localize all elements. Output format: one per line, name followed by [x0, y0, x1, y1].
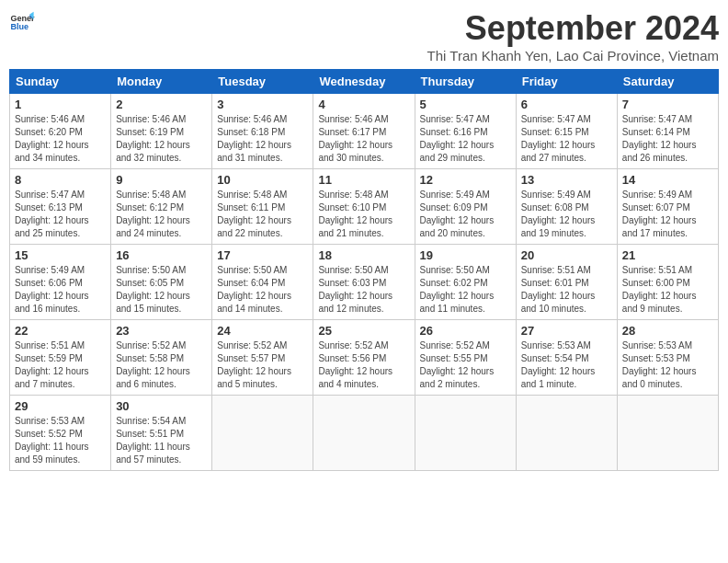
weekday-header-wednesday: Wednesday	[313, 70, 415, 94]
week-row-5: 29Sunrise: 5:53 AM Sunset: 5:52 PM Dayli…	[10, 396, 719, 471]
day-info: Sunrise: 5:46 AM Sunset: 6:20 PM Dayligh…	[15, 113, 106, 165]
day-number: 18	[318, 248, 409, 262]
weekday-header-sunday: Sunday	[10, 70, 111, 94]
calendar-cell: 17Sunrise: 5:50 AM Sunset: 6:04 PM Dayli…	[212, 245, 313, 320]
calendar-cell: 19Sunrise: 5:50 AM Sunset: 6:02 PM Dayli…	[415, 245, 516, 320]
day-number: 5	[420, 98, 511, 111]
day-info: Sunrise: 5:53 AM Sunset: 5:53 PM Dayligh…	[622, 339, 713, 391]
calendar-cell: 25Sunrise: 5:52 AM Sunset: 5:56 PM Dayli…	[313, 320, 415, 396]
day-info: Sunrise: 5:47 AM Sunset: 6:16 PM Dayligh…	[420, 113, 511, 165]
day-number: 16	[116, 248, 207, 262]
day-info: Sunrise: 5:46 AM Sunset: 6:18 PM Dayligh…	[217, 113, 308, 165]
day-info: Sunrise: 5:51 AM Sunset: 5:59 PM Dayligh…	[15, 339, 106, 391]
calendar-cell: 8Sunrise: 5:47 AM Sunset: 6:13 PM Daylig…	[10, 169, 111, 245]
calendar-cell: 13Sunrise: 5:49 AM Sunset: 6:08 PM Dayli…	[516, 169, 617, 245]
calendar-cell: 4Sunrise: 5:46 AM Sunset: 6:17 PM Daylig…	[313, 94, 415, 169]
day-number: 2	[116, 98, 207, 111]
day-number: 15	[15, 248, 106, 262]
calendar-cell: 18Sunrise: 5:50 AM Sunset: 6:03 PM Dayli…	[313, 245, 415, 320]
calendar-cell: 7Sunrise: 5:47 AM Sunset: 6:14 PM Daylig…	[617, 94, 718, 169]
day-info: Sunrise: 5:50 AM Sunset: 6:02 PM Dayligh…	[420, 264, 511, 316]
day-number: 9	[116, 173, 207, 187]
day-info: Sunrise: 5:47 AM Sunset: 6:14 PM Dayligh…	[622, 113, 713, 165]
calendar-cell: 27Sunrise: 5:53 AM Sunset: 5:54 PM Dayli…	[516, 320, 617, 396]
calendar-table: SundayMondayTuesdayWednesdayThursdayFrid…	[9, 69, 719, 471]
day-info: Sunrise: 5:52 AM Sunset: 5:55 PM Dayligh…	[420, 339, 511, 391]
calendar-cell: 20Sunrise: 5:51 AM Sunset: 6:01 PM Dayli…	[516, 245, 617, 320]
calendar-cell: 12Sunrise: 5:49 AM Sunset: 6:09 PM Dayli…	[415, 169, 516, 245]
day-info: Sunrise: 5:46 AM Sunset: 6:17 PM Dayligh…	[318, 113, 409, 165]
day-number: 11	[318, 173, 409, 187]
weekday-header-friday: Friday	[516, 70, 617, 94]
page-header: General Blue September 2024 Thi Tran Kha…	[9, 9, 719, 63]
svg-text:Blue: Blue	[10, 22, 28, 31]
calendar-cell: 16Sunrise: 5:50 AM Sunset: 6:05 PM Dayli…	[111, 245, 212, 320]
day-number: 7	[622, 98, 713, 111]
day-number: 10	[217, 173, 308, 187]
calendar-cell: 5Sunrise: 5:47 AM Sunset: 6:16 PM Daylig…	[415, 94, 516, 169]
calendar-subtitle: Thi Tran Khanh Yen, Lao Cai Province, Vi…	[427, 48, 719, 63]
calendar-cell: 3Sunrise: 5:46 AM Sunset: 6:18 PM Daylig…	[212, 94, 313, 169]
day-number: 13	[521, 173, 612, 187]
calendar-cell: 11Sunrise: 5:48 AM Sunset: 6:10 PM Dayli…	[313, 169, 415, 245]
day-number: 8	[15, 173, 106, 187]
day-number: 27	[521, 324, 612, 338]
day-info: Sunrise: 5:49 AM Sunset: 6:07 PM Dayligh…	[622, 189, 713, 240]
day-info: Sunrise: 5:51 AM Sunset: 6:01 PM Dayligh…	[521, 264, 612, 316]
calendar-title: September 2024	[427, 9, 719, 48]
day-info: Sunrise: 5:49 AM Sunset: 6:09 PM Dayligh…	[420, 189, 511, 240]
day-info: Sunrise: 5:48 AM Sunset: 6:11 PM Dayligh…	[217, 189, 308, 240]
day-info: Sunrise: 5:48 AM Sunset: 6:10 PM Dayligh…	[318, 189, 409, 240]
calendar-cell: 10Sunrise: 5:48 AM Sunset: 6:11 PM Dayli…	[212, 169, 313, 245]
calendar-cell: 1Sunrise: 5:46 AM Sunset: 6:20 PM Daylig…	[10, 94, 111, 169]
day-info: Sunrise: 5:53 AM Sunset: 5:54 PM Dayligh…	[521, 339, 612, 391]
day-number: 23	[116, 324, 207, 338]
day-number: 30	[116, 399, 207, 413]
calendar-cell: 21Sunrise: 5:51 AM Sunset: 6:00 PM Dayli…	[617, 245, 718, 320]
day-info: Sunrise: 5:48 AM Sunset: 6:12 PM Dayligh…	[116, 189, 207, 240]
day-info: Sunrise: 5:49 AM Sunset: 6:06 PM Dayligh…	[15, 264, 106, 316]
calendar-cell: 2Sunrise: 5:46 AM Sunset: 6:19 PM Daylig…	[111, 94, 212, 169]
day-info: Sunrise: 5:52 AM Sunset: 5:58 PM Dayligh…	[116, 339, 207, 391]
day-info: Sunrise: 5:51 AM Sunset: 6:00 PM Dayligh…	[622, 264, 713, 316]
day-number: 4	[318, 98, 409, 111]
calendar-cell	[516, 396, 617, 471]
day-number: 21	[622, 248, 713, 262]
day-number: 3	[217, 98, 308, 111]
day-number: 6	[521, 98, 612, 111]
logo: General Blue	[9, 9, 35, 35]
day-number: 17	[217, 248, 308, 262]
week-row-2: 8Sunrise: 5:47 AM Sunset: 6:13 PM Daylig…	[10, 169, 719, 245]
calendar-cell	[617, 396, 718, 471]
day-info: Sunrise: 5:54 AM Sunset: 5:51 PM Dayligh…	[116, 415, 207, 466]
title-section: September 2024 Thi Tran Khanh Yen, Lao C…	[427, 9, 719, 63]
calendar-cell	[212, 396, 313, 471]
calendar-cell: 30Sunrise: 5:54 AM Sunset: 5:51 PM Dayli…	[111, 396, 212, 471]
calendar-cell	[313, 396, 415, 471]
day-number: 19	[420, 248, 511, 262]
week-row-3: 15Sunrise: 5:49 AM Sunset: 6:06 PM Dayli…	[10, 245, 719, 320]
calendar-cell: 28Sunrise: 5:53 AM Sunset: 5:53 PM Dayli…	[617, 320, 718, 396]
calendar-cell: 24Sunrise: 5:52 AM Sunset: 5:57 PM Dayli…	[212, 320, 313, 396]
calendar-cell: 15Sunrise: 5:49 AM Sunset: 6:06 PM Dayli…	[10, 245, 111, 320]
day-number: 24	[217, 324, 308, 338]
calendar-cell: 22Sunrise: 5:51 AM Sunset: 5:59 PM Dayli…	[10, 320, 111, 396]
weekday-header-tuesday: Tuesday	[212, 70, 313, 94]
day-info: Sunrise: 5:50 AM Sunset: 6:04 PM Dayligh…	[217, 264, 308, 316]
day-info: Sunrise: 5:50 AM Sunset: 6:03 PM Dayligh…	[318, 264, 409, 316]
calendar-cell: 14Sunrise: 5:49 AM Sunset: 6:07 PM Dayli…	[617, 169, 718, 245]
day-info: Sunrise: 5:52 AM Sunset: 5:57 PM Dayligh…	[217, 339, 308, 391]
day-info: Sunrise: 5:53 AM Sunset: 5:52 PM Dayligh…	[15, 415, 106, 466]
calendar-cell: 9Sunrise: 5:48 AM Sunset: 6:12 PM Daylig…	[111, 169, 212, 245]
day-number: 22	[15, 324, 106, 338]
day-number: 1	[15, 98, 106, 111]
day-number: 20	[521, 248, 612, 262]
day-number: 12	[420, 173, 511, 187]
weekday-header-thursday: Thursday	[415, 70, 516, 94]
day-info: Sunrise: 5:49 AM Sunset: 6:08 PM Dayligh…	[521, 189, 612, 240]
week-row-4: 22Sunrise: 5:51 AM Sunset: 5:59 PM Dayli…	[10, 320, 719, 396]
day-number: 29	[15, 399, 106, 413]
weekday-header-row: SundayMondayTuesdayWednesdayThursdayFrid…	[10, 70, 719, 94]
calendar-cell: 26Sunrise: 5:52 AM Sunset: 5:55 PM Dayli…	[415, 320, 516, 396]
day-info: Sunrise: 5:47 AM Sunset: 6:15 PM Dayligh…	[521, 113, 612, 165]
